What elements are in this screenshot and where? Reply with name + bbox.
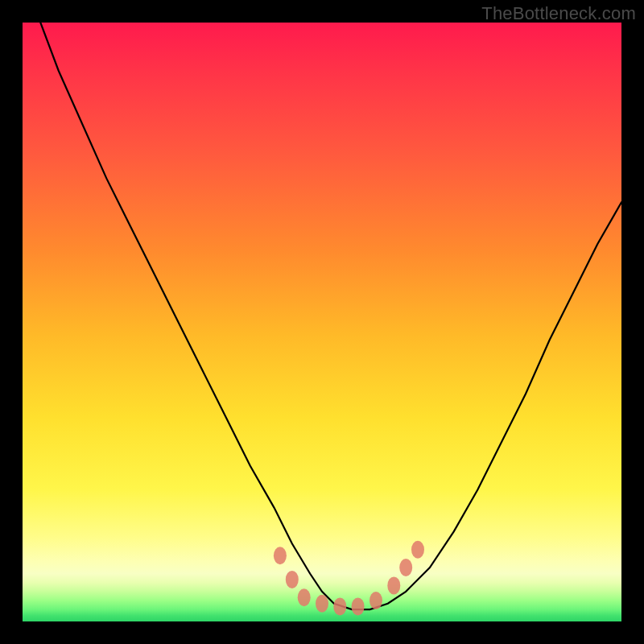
plot-area	[23, 23, 621, 621]
valley-marker	[387, 576, 400, 594]
valley-marker	[333, 597, 346, 615]
valley-marker	[352, 597, 365, 615]
valley-marker	[274, 547, 287, 564]
watermark-text: TheBottleneck.com	[481, 3, 636, 24]
bottleneck-curve	[40, 23, 621, 609]
curve-layer	[23, 23, 621, 621]
valley-marker	[316, 595, 328, 613]
chart-frame: TheBottleneck.com	[0, 0, 644, 644]
valley-marker	[286, 571, 299, 588]
valley-marker	[298, 588, 311, 606]
valley-marker	[369, 592, 382, 609]
valley-marker	[411, 541, 424, 559]
valley-marker	[399, 559, 412, 576]
